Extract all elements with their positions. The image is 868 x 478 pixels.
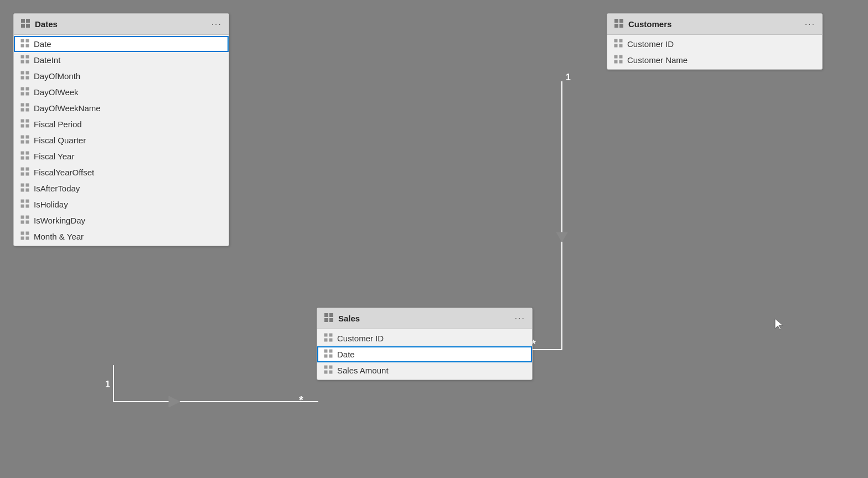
field-icon — [20, 231, 29, 242]
svg-rect-53 — [26, 189, 29, 192]
table-row[interactable]: Fiscal Period — [14, 116, 229, 132]
table-row[interactable]: Sales Amount — [317, 362, 532, 378]
svg-rect-50 — [21, 184, 24, 187]
field-icon — [20, 135, 29, 146]
svg-rect-64 — [21, 237, 24, 240]
field-label: Date — [34, 39, 51, 49]
svg-rect-37 — [26, 124, 29, 128]
table-row[interactable]: Fiscal Year — [14, 148, 229, 164]
field-icon — [614, 39, 623, 49]
field-label: Customer ID — [337, 334, 384, 343]
svg-rect-57 — [26, 205, 29, 208]
table-row[interactable]: Customer Name — [607, 52, 822, 68]
svg-rect-24 — [21, 76, 24, 80]
field-icon — [20, 183, 29, 194]
svg-rect-56 — [21, 205, 24, 208]
svg-rect-72 — [614, 44, 618, 48]
dates-table-menu[interactable]: ··· — [211, 19, 222, 29]
svg-marker-2 — [169, 396, 180, 407]
field-icon — [20, 39, 29, 49]
svg-rect-11 — [26, 19, 30, 23]
field-label: FiscalYearOffset — [34, 168, 94, 177]
svg-rect-21 — [26, 60, 29, 64]
field-icon — [324, 333, 333, 344]
svg-rect-84 — [324, 339, 328, 342]
table-row[interactable]: IsAfterToday — [14, 180, 229, 196]
field-icon — [20, 71, 29, 81]
svg-rect-22 — [21, 71, 24, 75]
svg-rect-14 — [21, 39, 24, 43]
svg-rect-68 — [614, 24, 618, 28]
svg-rect-92 — [324, 371, 328, 374]
svg-rect-79 — [329, 313, 333, 317]
field-icon — [614, 55, 623, 65]
svg-rect-67 — [619, 19, 623, 23]
svg-rect-88 — [324, 355, 328, 358]
field-label: IsWorkingDay — [34, 216, 85, 225]
svg-rect-51 — [26, 184, 29, 187]
field-label: DayOfWeekName — [34, 103, 101, 113]
svg-rect-77 — [619, 60, 623, 64]
dates-table-body: Date DateInt Day — [14, 35, 229, 246]
svg-rect-36 — [21, 124, 24, 128]
sales-table-body: Customer ID Date — [317, 329, 532, 380]
table-row[interactable]: Date — [14, 36, 229, 52]
table-row[interactable]: Fiscal Quarter — [14, 132, 229, 148]
field-icon — [20, 103, 29, 113]
svg-rect-71 — [619, 39, 623, 43]
field-icon — [324, 349, 333, 360]
dates-table: Dates ··· Date — [13, 13, 229, 246]
field-label: IsAfterToday — [34, 184, 80, 193]
svg-rect-63 — [26, 232, 29, 235]
customers-table-header: Customers ··· — [607, 14, 822, 35]
field-label: Month & Year — [34, 232, 84, 241]
svg-rect-45 — [26, 157, 29, 160]
svg-rect-54 — [21, 200, 24, 203]
svg-rect-60 — [21, 221, 24, 224]
customers-table-menu[interactable]: ··· — [805, 19, 815, 29]
sales-table-menu[interactable]: ··· — [515, 314, 525, 324]
table-row[interactable]: DayOfWeek — [14, 84, 229, 100]
customers-table-icon — [614, 18, 624, 30]
table-row[interactable]: DayOfMonth — [14, 68, 229, 84]
svg-rect-30 — [21, 103, 24, 107]
dates-table-icon — [20, 18, 30, 30]
svg-rect-41 — [26, 141, 29, 144]
svg-text:1: 1 — [566, 72, 571, 82]
svg-rect-29 — [26, 92, 29, 96]
svg-rect-44 — [21, 157, 24, 160]
svg-rect-58 — [21, 216, 24, 219]
mouse-cursor — [774, 318, 785, 331]
svg-rect-10 — [21, 19, 25, 23]
dates-table-header: Dates ··· — [14, 14, 229, 35]
svg-rect-90 — [324, 366, 328, 369]
svg-rect-93 — [329, 371, 333, 374]
svg-rect-83 — [329, 334, 333, 337]
field-label: Customer ID — [627, 39, 674, 49]
table-row[interactable]: FiscalYearOffset — [14, 164, 229, 180]
svg-rect-26 — [21, 87, 24, 91]
customers-table: Customers ··· Customer ID — [607, 13, 823, 70]
svg-rect-42 — [21, 152, 24, 155]
table-row[interactable]: IsWorkingDay — [14, 212, 229, 228]
svg-rect-16 — [21, 44, 24, 48]
svg-rect-48 — [21, 173, 24, 176]
svg-rect-87 — [329, 350, 333, 353]
svg-rect-38 — [21, 136, 24, 139]
svg-rect-91 — [329, 366, 333, 369]
svg-rect-86 — [324, 350, 328, 353]
field-label: DateInt — [34, 55, 60, 65]
field-label: Customer Name — [627, 55, 688, 65]
svg-rect-80 — [324, 318, 328, 322]
table-row[interactable]: DayOfWeekName — [14, 100, 229, 116]
table-row[interactable]: IsHoliday — [14, 196, 229, 212]
table-row[interactable]: DateInt — [14, 52, 229, 68]
svg-rect-78 — [324, 313, 328, 317]
table-row[interactable]: Customer ID — [317, 330, 532, 346]
sales-table: Sales ··· Customer ID — [317, 308, 533, 380]
table-row[interactable]: Month & Year — [14, 228, 229, 245]
customers-table-title: Customers — [628, 19, 671, 29]
table-row[interactable]: Customer ID — [607, 36, 822, 52]
svg-rect-20 — [21, 60, 24, 64]
table-row[interactable]: Date — [317, 346, 532, 362]
